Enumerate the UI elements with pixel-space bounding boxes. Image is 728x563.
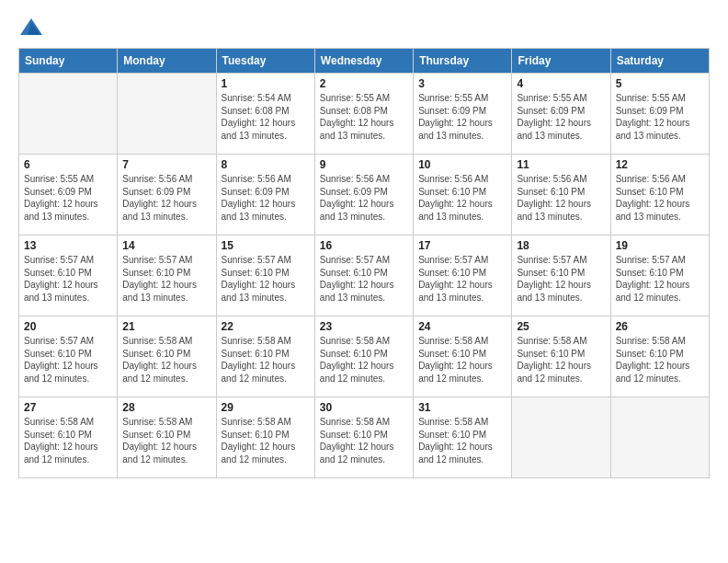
day-info: Sunrise: 5:58 AM Sunset: 6:10 PM Dayligh… (222, 335, 310, 385)
day-number: 4 (517, 77, 605, 90)
day-number: 10 (418, 158, 506, 171)
day-info: Sunrise: 5:58 AM Sunset: 6:10 PM Dayligh… (122, 416, 210, 465)
day-info: Sunrise: 5:58 AM Sunset: 6:10 PM Dayligh… (24, 416, 112, 465)
day-info: Sunrise: 5:57 AM Sunset: 6:10 PM Dayligh… (616, 254, 704, 304)
day-cell: 16Sunrise: 5:57 AM Sunset: 6:10 PM Dayli… (314, 236, 413, 316)
day-cell: 30Sunrise: 5:58 AM Sunset: 6:10 PM Dayli… (314, 397, 413, 478)
day-number: 1 (222, 77, 310, 90)
day-info: Sunrise: 5:56 AM Sunset: 6:09 PM Dayligh… (122, 173, 210, 223)
day-cell: 7Sunrise: 5:56 AM Sunset: 6:09 PM Daylig… (118, 155, 216, 236)
day-cell: 23Sunrise: 5:58 AM Sunset: 6:10 PM Dayli… (314, 316, 413, 397)
day-number: 30 (320, 401, 408, 414)
day-cell (118, 74, 216, 155)
day-info: Sunrise: 5:55 AM Sunset: 6:09 PM Dayligh… (418, 92, 506, 142)
day-cell: 10Sunrise: 5:56 AM Sunset: 6:10 PM Dayli… (414, 155, 512, 236)
day-number: 7 (122, 158, 210, 171)
day-number: 22 (222, 320, 310, 333)
day-info: Sunrise: 5:54 AM Sunset: 6:08 PM Dayligh… (222, 92, 310, 142)
day-info: Sunrise: 5:55 AM Sunset: 6:09 PM Dayligh… (24, 173, 112, 223)
day-number: 28 (122, 401, 210, 414)
day-cell: 5Sunrise: 5:55 AM Sunset: 6:09 PM Daylig… (610, 74, 709, 155)
column-header-friday: Friday (512, 49, 610, 74)
day-info: Sunrise: 5:58 AM Sunset: 6:10 PM Dayligh… (517, 335, 605, 385)
day-number: 6 (24, 158, 112, 171)
column-header-wednesday: Wednesday (314, 49, 413, 74)
day-cell: 1Sunrise: 5:54 AM Sunset: 6:08 PM Daylig… (216, 74, 314, 155)
day-info: Sunrise: 5:58 AM Sunset: 6:10 PM Dayligh… (222, 416, 310, 465)
day-cell: 2Sunrise: 5:55 AM Sunset: 6:08 PM Daylig… (314, 74, 413, 155)
day-number: 17 (418, 239, 506, 252)
day-info: Sunrise: 5:58 AM Sunset: 6:10 PM Dayligh… (320, 335, 408, 385)
day-cell: 20Sunrise: 5:57 AM Sunset: 6:10 PM Dayli… (19, 316, 118, 397)
day-info: Sunrise: 5:56 AM Sunset: 6:09 PM Dayligh… (222, 173, 310, 223)
day-cell: 4Sunrise: 5:55 AM Sunset: 6:09 PM Daylig… (512, 74, 610, 155)
day-cell: 29Sunrise: 5:58 AM Sunset: 6:10 PM Dayli… (216, 397, 314, 478)
day-number: 24 (418, 320, 506, 333)
day-number: 11 (517, 158, 605, 171)
day-number: 27 (24, 401, 112, 414)
column-header-sunday: Sunday (19, 49, 118, 74)
day-info: Sunrise: 5:58 AM Sunset: 6:10 PM Dayligh… (320, 416, 408, 465)
day-cell (512, 397, 610, 478)
day-cell: 21Sunrise: 5:58 AM Sunset: 6:10 PM Dayli… (118, 316, 216, 397)
day-info: Sunrise: 5:57 AM Sunset: 6:10 PM Dayligh… (320, 254, 408, 304)
day-cell: 26Sunrise: 5:58 AM Sunset: 6:10 PM Dayli… (610, 316, 709, 397)
day-number: 12 (616, 158, 704, 171)
week-row-2: 6Sunrise: 5:55 AM Sunset: 6:09 PM Daylig… (19, 155, 710, 236)
day-cell: 31Sunrise: 5:58 AM Sunset: 6:10 PM Dayli… (414, 397, 512, 478)
week-row-5: 27Sunrise: 5:58 AM Sunset: 6:10 PM Dayli… (19, 397, 710, 478)
day-number: 5 (616, 77, 704, 90)
day-info: Sunrise: 5:57 AM Sunset: 6:10 PM Dayligh… (122, 254, 210, 304)
header (18, 15, 710, 40)
week-row-3: 13Sunrise: 5:57 AM Sunset: 6:10 PM Dayli… (19, 236, 710, 316)
day-info: Sunrise: 5:55 AM Sunset: 6:08 PM Dayligh… (320, 92, 408, 142)
day-info: Sunrise: 5:57 AM Sunset: 6:10 PM Dayligh… (418, 254, 506, 304)
day-number: 8 (222, 158, 310, 171)
day-number: 29 (222, 401, 310, 414)
day-number: 19 (616, 239, 704, 252)
day-cell: 17Sunrise: 5:57 AM Sunset: 6:10 PM Dayli… (414, 236, 512, 316)
day-cell: 12Sunrise: 5:56 AM Sunset: 6:10 PM Dayli… (610, 155, 709, 236)
day-cell: 24Sunrise: 5:58 AM Sunset: 6:10 PM Dayli… (414, 316, 512, 397)
day-cell: 28Sunrise: 5:58 AM Sunset: 6:10 PM Dayli… (118, 397, 216, 478)
column-header-thursday: Thursday (414, 49, 512, 74)
day-cell: 18Sunrise: 5:57 AM Sunset: 6:10 PM Dayli… (512, 236, 610, 316)
day-cell: 15Sunrise: 5:57 AM Sunset: 6:10 PM Dayli… (216, 236, 314, 316)
day-cell: 19Sunrise: 5:57 AM Sunset: 6:10 PM Dayli… (610, 236, 709, 316)
day-info: Sunrise: 5:55 AM Sunset: 6:09 PM Dayligh… (517, 92, 605, 142)
day-info: Sunrise: 5:58 AM Sunset: 6:10 PM Dayligh… (616, 335, 704, 385)
day-number: 14 (122, 239, 210, 252)
day-cell: 8Sunrise: 5:56 AM Sunset: 6:09 PM Daylig… (216, 155, 314, 236)
column-header-saturday: Saturday (610, 49, 709, 74)
column-header-monday: Monday (118, 49, 216, 74)
day-number: 9 (320, 158, 408, 171)
day-info: Sunrise: 5:56 AM Sunset: 6:10 PM Dayligh… (517, 173, 605, 223)
day-cell (19, 74, 118, 155)
day-info: Sunrise: 5:58 AM Sunset: 6:10 PM Dayligh… (418, 335, 506, 385)
week-row-1: 1Sunrise: 5:54 AM Sunset: 6:08 PM Daylig… (19, 74, 710, 155)
day-number: 18 (517, 239, 605, 252)
day-number: 31 (418, 401, 506, 414)
day-info: Sunrise: 5:57 AM Sunset: 6:10 PM Dayligh… (24, 254, 112, 304)
day-info: Sunrise: 5:56 AM Sunset: 6:09 PM Dayligh… (320, 173, 408, 223)
day-cell: 22Sunrise: 5:58 AM Sunset: 6:10 PM Dayli… (216, 316, 314, 397)
day-info: Sunrise: 5:58 AM Sunset: 6:10 PM Dayligh… (418, 416, 506, 465)
day-cell: 6Sunrise: 5:55 AM Sunset: 6:09 PM Daylig… (19, 155, 118, 236)
day-info: Sunrise: 5:57 AM Sunset: 6:10 PM Dayligh… (517, 254, 605, 304)
day-number: 23 (320, 320, 408, 333)
day-info: Sunrise: 5:57 AM Sunset: 6:10 PM Dayligh… (222, 254, 310, 304)
day-cell: 27Sunrise: 5:58 AM Sunset: 6:10 PM Dayli… (19, 397, 118, 478)
day-number: 13 (24, 239, 112, 252)
day-cell: 13Sunrise: 5:57 AM Sunset: 6:10 PM Dayli… (19, 236, 118, 316)
day-number: 20 (24, 320, 112, 333)
logo (18, 15, 48, 40)
day-cell: 11Sunrise: 5:56 AM Sunset: 6:10 PM Dayli… (512, 155, 610, 236)
day-info: Sunrise: 5:57 AM Sunset: 6:10 PM Dayligh… (24, 335, 112, 385)
day-cell: 3Sunrise: 5:55 AM Sunset: 6:09 PM Daylig… (414, 74, 512, 155)
day-number: 15 (222, 239, 310, 252)
day-info: Sunrise: 5:58 AM Sunset: 6:10 PM Dayligh… (122, 335, 210, 385)
day-number: 3 (418, 77, 506, 90)
day-number: 16 (320, 239, 408, 252)
day-cell (610, 397, 709, 478)
day-cell: 25Sunrise: 5:58 AM Sunset: 6:10 PM Dayli… (512, 316, 610, 397)
